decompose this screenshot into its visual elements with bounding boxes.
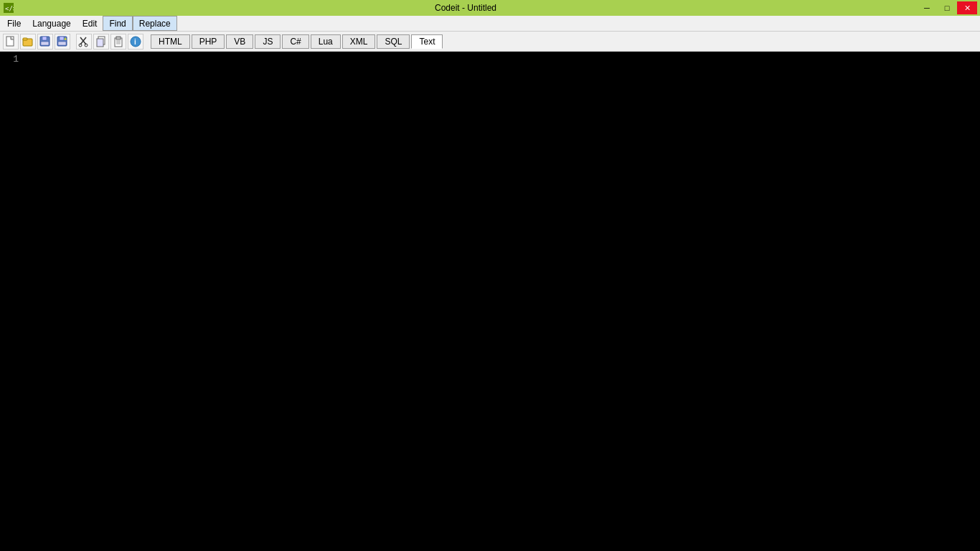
svg-rect-4 [23,38,27,40]
info-button[interactable]: i [128,34,143,50]
paste-button[interactable] [110,34,126,50]
svg-text:i: i [134,38,136,46]
language-tabs: HTML PHP VB JS C# Lua XML SQL Text [151,34,443,49]
toolbar: + i HTML PHP VB [0,32,980,52]
minimize-button[interactable]: ─ [917,1,937,14]
svg-rect-10 [58,42,66,45]
menu-language[interactable]: Language [27,16,76,31]
cut-icon [78,36,90,47]
menu-find[interactable]: Find [103,16,132,31]
save-as-button[interactable]: + [55,34,70,50]
tab-text[interactable]: Text [411,34,443,49]
tab-xml[interactable]: XML [342,34,376,49]
title-bar: </> Codeit - Untitled ─ □ ✕ [0,0,980,16]
window-title: Codeit - Untitled [14,3,917,13]
toolbar-separator-1 [72,34,75,50]
menu-bar: File Language Edit Find Replace [0,16,980,32]
line-numbers: 1 [0,52,22,551]
svg-rect-17 [97,39,103,47]
svg-text:+: + [64,37,67,42]
save-as-icon: + [57,36,68,47]
open-icon [22,36,34,47]
menu-edit[interactable]: Edit [77,16,103,31]
tab-sql[interactable]: SQL [377,34,410,49]
svg-rect-7 [41,42,49,45]
svg-rect-6 [42,37,47,40]
new-button[interactable] [3,34,19,50]
paste-icon [113,36,124,47]
new-icon [5,36,17,47]
svg-rect-2 [6,37,14,46]
save-icon [39,36,51,47]
cut-button[interactable] [76,34,92,50]
line-number: 1 [3,53,19,66]
menu-replace[interactable]: Replace [133,16,177,31]
copy-button[interactable] [93,34,109,50]
close-button[interactable]: ✕ [957,1,977,14]
svg-rect-19 [116,37,121,39]
save-button[interactable] [37,34,53,50]
code-editor[interactable] [22,52,980,551]
app-icon: </> [3,2,14,14]
tab-html[interactable]: HTML [151,34,190,49]
svg-text:</>: </> [5,5,14,12]
tab-vb[interactable]: VB [226,34,253,49]
copy-icon [95,36,107,47]
open-button[interactable] [20,34,36,50]
maximize-button[interactable]: □ [937,1,957,14]
editor-container: 1 [0,52,980,551]
menu-file[interactable]: File [1,16,27,31]
tab-lua[interactable]: Lua [311,34,341,49]
info-icon: i [130,36,141,47]
tab-csharp[interactable]: C# [282,34,308,49]
window-controls: ─ □ ✕ [917,1,977,14]
tab-js[interactable]: JS [255,34,281,49]
tab-php[interactable]: PHP [192,34,225,49]
